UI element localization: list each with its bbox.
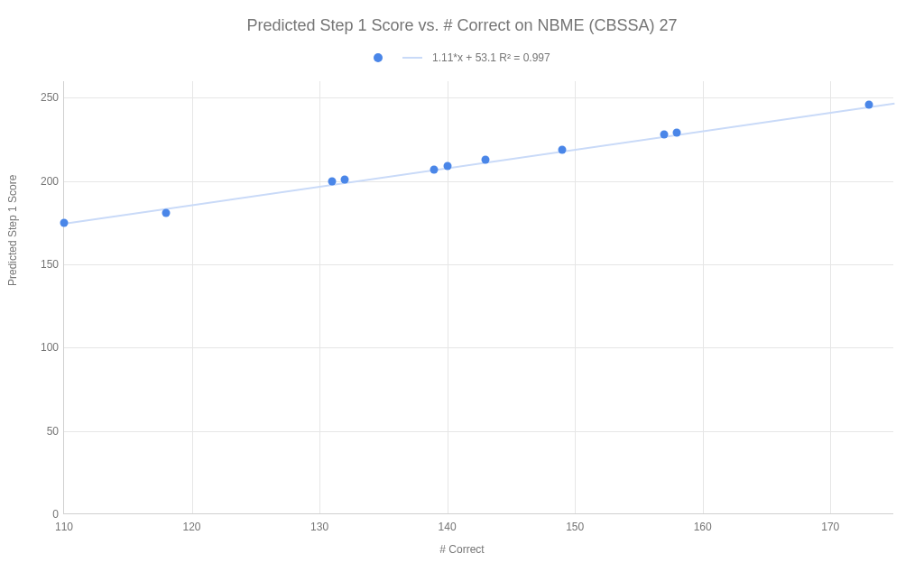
x-tick-label: 130 <box>310 521 328 533</box>
x-tick-label: 150 <box>566 521 584 533</box>
data-point <box>162 208 171 217</box>
gridline-v <box>703 81 704 513</box>
legend-line-marker <box>402 57 422 59</box>
x-tick-label: 160 <box>694 521 712 533</box>
gridline-h <box>64 347 893 348</box>
gridline-v <box>575 81 576 513</box>
gridline-v <box>192 81 193 513</box>
y-tick-label: 0 <box>28 508 59 521</box>
y-tick-label: 50 <box>28 425 59 438</box>
data-point <box>443 162 451 171</box>
gridline-v <box>830 81 831 513</box>
gridline-h <box>64 264 893 265</box>
legend-equation-text: 1.11*x + 53.1 R² = 0.997 <box>432 51 550 64</box>
data-point <box>328 177 337 185</box>
data-point <box>673 129 681 137</box>
chart-title: Predicted Step 1 Score vs. # Correct on … <box>0 16 924 35</box>
chart-container: Predicted Step 1 Score vs. # Correct on … <box>0 0 924 572</box>
gridline-h <box>64 97 893 98</box>
x-tick-label: 110 <box>55 521 73 533</box>
y-axis-label: Predicted Step 1 Score <box>6 175 19 286</box>
y-tick-label: 200 <box>28 175 59 188</box>
data-point <box>482 155 490 163</box>
data-point <box>559 145 567 153</box>
x-tick-label: 170 <box>821 521 839 533</box>
x-tick-label: 140 <box>439 521 457 533</box>
legend-point-marker <box>374 53 383 62</box>
data-point <box>60 218 69 226</box>
x-tick-label: 120 <box>183 521 201 533</box>
plot-area: 050100150200250110120130140150160170 <box>63 81 893 514</box>
gridline-v <box>448 81 448 513</box>
x-axis-label: # Correct <box>0 543 924 556</box>
data-point <box>341 175 349 183</box>
gridline-v <box>319 81 320 513</box>
gridline-h <box>64 181 893 182</box>
y-tick-label: 100 <box>28 341 59 354</box>
data-point <box>661 131 669 139</box>
data-point <box>430 165 439 173</box>
data-point <box>864 100 873 108</box>
y-tick-label: 150 <box>28 258 59 271</box>
gridline-h <box>64 431 893 432</box>
y-tick-label: 250 <box>28 91 59 104</box>
chart-legend: 1.11*x + 53.1 R² = 0.997 <box>0 51 924 64</box>
trendline <box>64 102 894 224</box>
